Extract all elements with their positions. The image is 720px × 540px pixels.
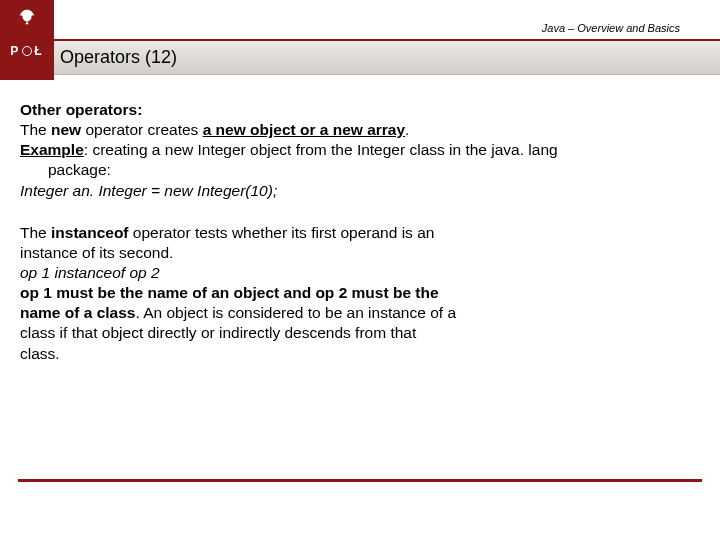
footer-divider <box>18 479 702 482</box>
text: The <box>20 224 51 241</box>
subheading: Other operators: <box>20 100 720 120</box>
header-region: Java – Overview and Basics <box>0 0 720 40</box>
text: The <box>20 121 51 138</box>
code-line: op 1 instanceof op 2 <box>20 263 720 283</box>
example-label: Example <box>20 141 84 158</box>
text-line: The instanceof operator tests whether it… <box>20 223 720 243</box>
text-line: name of a class. An object is considered… <box>20 303 720 323</box>
eagle-icon <box>16 8 38 26</box>
text: operator tests whether its first operand… <box>129 224 435 241</box>
text-line: Example: creating a new Integer object f… <box>20 140 720 160</box>
slide-title: Operators (12) <box>60 47 177 68</box>
rule-text: op 1 must be the name of an object and o… <box>20 284 439 301</box>
logo-letter-p: P <box>10 44 20 58</box>
text: . An object is considered to be an insta… <box>135 304 456 321</box>
title-bar: Operators (12) <box>0 41 720 75</box>
text-line: class. <box>20 344 720 364</box>
wreath-icon <box>22 46 32 56</box>
keyword-instanceof: instanceof <box>51 224 129 241</box>
paragraph-instanceof: The instanceof operator tests whether it… <box>20 223 720 364</box>
slide-body: Other operators: The new operator create… <box>20 100 720 364</box>
logo-letter-l: Ł <box>34 44 43 58</box>
rule-text: name of a class <box>20 304 135 321</box>
text-line: package: <box>20 160 720 180</box>
paragraph-new-operator: The new operator creates a new object or… <box>20 120 720 201</box>
course-label: Java – Overview and Basics <box>542 22 680 34</box>
text-line: The new operator creates a new object or… <box>20 120 720 140</box>
logo-letters: P Ł <box>10 44 43 58</box>
text: : creating a new Integer object from the… <box>84 141 558 158</box>
text-line: class if that object directly or indirec… <box>20 323 720 343</box>
keyword-new: new <box>51 121 81 138</box>
emphasis: a new object or a new array <box>203 121 405 138</box>
institution-logo: P Ł <box>0 0 54 80</box>
text: operator creates <box>81 121 202 138</box>
text: . <box>405 121 409 138</box>
text-line: op 1 must be the name of an object and o… <box>20 283 720 303</box>
code-line: Integer an. Integer = new Integer(10); <box>20 181 720 201</box>
text-line: instance of its second. <box>20 243 720 263</box>
